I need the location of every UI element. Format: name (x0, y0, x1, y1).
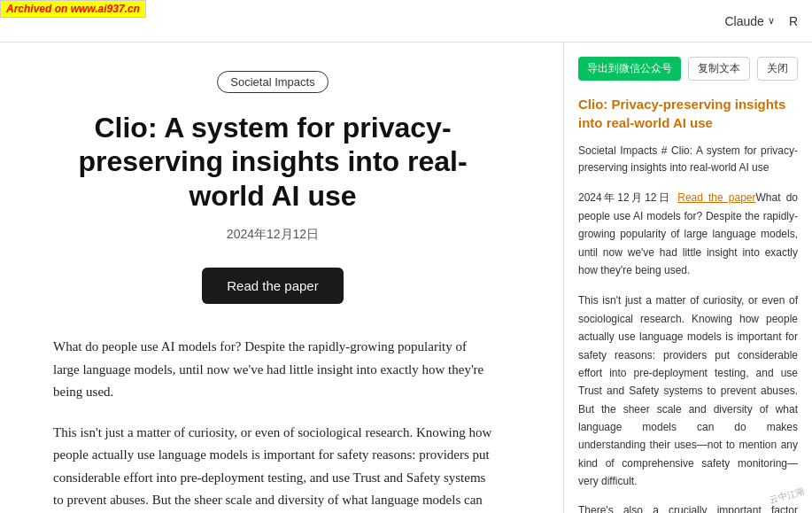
sidebar-date-body: What do people use AI models for? Despit… (578, 191, 798, 276)
export-wechat-button[interactable]: 导出到微信公众号 (578, 57, 681, 81)
sidebar-date-prefix: 2024年12月12日 (578, 191, 677, 204)
nav-claude[interactable]: Claude ∨ (725, 14, 775, 28)
right-sidebar: 导出到微信公众号 复制文本 关闭 Clio: Privacy-preservin… (564, 43, 812, 513)
cn-toolbar: 导出到微信公众号 复制文本 关闭 (578, 57, 798, 81)
sidebar-date-section: 2024年12月12日 Read the paperWhat do people… (578, 189, 798, 279)
nav-claude-label: Claude (725, 14, 764, 28)
read-paper-button[interactable]: Read the paper (202, 268, 343, 304)
sidebar-para-1: This isn't just a matter of curiosity, o… (578, 291, 798, 490)
copy-text-button[interactable]: 复制文本 (688, 57, 750, 81)
sidebar-meta: Societal Impacts # Clio: A system for pr… (578, 143, 798, 176)
sidebar-read-paper-link[interactable]: Read the paper (677, 191, 755, 204)
nav-r-label: R (789, 14, 798, 28)
article-para-2: This isn't just a matter of curiosity, o… (53, 422, 492, 513)
main-layout: Societal Impacts Clio: A system for priv… (0, 43, 812, 513)
article-date: 2024年12月12日 (53, 227, 492, 243)
sidebar-para-2: There's also a crucially important facto… (578, 501, 798, 513)
left-content: Societal Impacts Clio: A system for priv… (0, 43, 564, 513)
article-title: Clio: A system for privacy-preserving in… (53, 111, 492, 213)
sidebar-title: Clio: Privacy-preserving insights into r… (578, 95, 798, 132)
close-button[interactable]: 关闭 (757, 57, 798, 81)
article-body: What do people use AI models for? Despit… (53, 336, 492, 513)
archive-banner: Archived on www.ai937.cn (0, 0, 146, 18)
article-tag: Societal Impacts (217, 71, 328, 93)
nav-r[interactable]: R (789, 14, 798, 28)
article-para-1: What do people use AI models for? Despit… (53, 336, 492, 404)
nav-dropdown-arrow: ∨ (768, 15, 775, 27)
